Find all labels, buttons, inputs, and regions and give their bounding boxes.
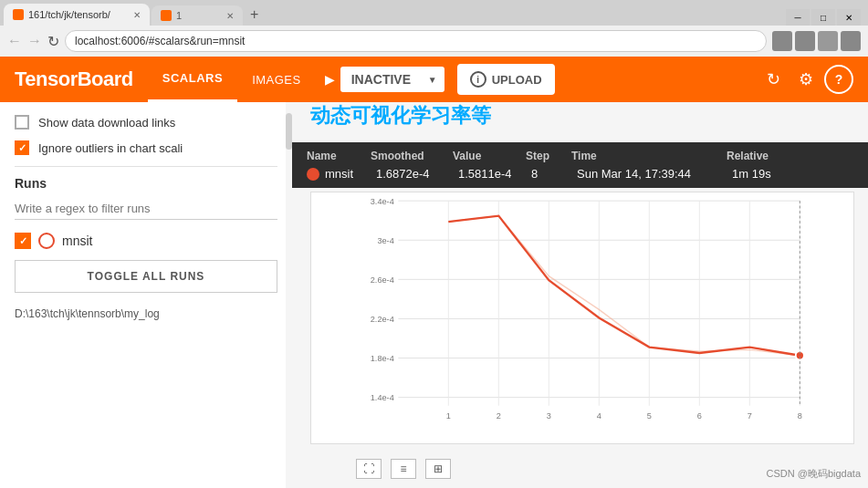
svg-text:2: 2 [497, 411, 501, 421]
address-bar[interactable] [65, 30, 767, 52]
show-download-option: Show data download links [15, 115, 277, 130]
sidebar: Show data download links ✓ Ignore outlie… [0, 102, 292, 488]
tooltip-dot-icon [307, 168, 319, 181]
svg-text:3e-4: 3e-4 [377, 236, 393, 245]
upload-label: UPLOAD [492, 73, 542, 87]
nav-item-scalars[interactable]: SCALARS [148, 57, 237, 102]
app-logo: TensorBoard [15, 67, 133, 91]
svg-text:4: 4 [597, 411, 601, 421]
run-checkbox-mnsit[interactable]: ✓ [15, 233, 31, 249]
tooltip-col-smoothed: Smoothed [371, 150, 453, 162]
ignore-outliers-checkbox[interactable]: ✓ [15, 140, 29, 155]
data-view-button[interactable]: ≡ [391, 459, 416, 479]
tooltip-val-name: mnsit [325, 167, 376, 181]
inactive-dropdown[interactable]: INACTIVE [340, 67, 444, 92]
tooltip-col-step: Step [526, 150, 571, 162]
svg-text:3.4e-4: 3.4e-4 [371, 197, 394, 206]
svg-text:3: 3 [547, 411, 551, 421]
chart-svg-wrapper[interactable]: 3.4e-4 3e-4 2.6e-4 2.2e-4 1.8e-4 1.4e-4 … [310, 192, 854, 444]
svg-text:1.4e-4: 1.4e-4 [371, 393, 394, 402]
tab-label-1: 161/tch/jk/tensorb/ [28, 9, 110, 20]
reload-button[interactable]: ↻ [47, 33, 59, 50]
help-button[interactable]: ? [824, 65, 853, 94]
settings-button[interactable]: ⚙ [791, 65, 821, 94]
browser-chrome: 161/tch/jk/tensorb/ ✕ 1 ✕ + ─ □ ✕ ← → ↻ [0, 0, 868, 57]
checkbox-check-icon: ✓ [18, 142, 26, 154]
svg-text:7: 7 [748, 411, 752, 421]
run-color-dot-mnsit [38, 233, 55, 249]
ignore-outliers-option: ✓ Ignore outliers in chart scali [15, 140, 277, 155]
tooltip-val-step: 8 [531, 167, 577, 181]
scrollbar-thumb[interactable] [286, 113, 292, 150]
tooltip-val-smoothed: 1.6872e-4 [376, 167, 458, 181]
fit-chart-button[interactable]: ⊞ [425, 459, 451, 479]
maximize-button[interactable]: □ [811, 9, 835, 26]
expand-chart-button[interactable]: ⛶ [356, 459, 382, 479]
svg-text:1.8e-4: 1.8e-4 [371, 354, 394, 363]
tooltip-val-time: Sun Mar 14, 17:39:44 [577, 167, 732, 181]
sidebar-scrollbar [286, 102, 292, 488]
tooltip-data-row: mnsit 1.6872e-4 1.5811e-4 8 Sun Mar 14, … [307, 167, 853, 181]
new-tab-button[interactable]: + [243, 4, 266, 26]
show-download-label: Show data download links [38, 116, 175, 130]
runs-label: Runs [15, 176, 277, 191]
extension-icon-2 [818, 31, 838, 51]
toggle-all-runs-button[interactable]: TOGGLE ALL RUNS [15, 260, 277, 293]
svg-text:5: 5 [647, 411, 652, 421]
log-path: D:\163\tch\jk\tennsorb\my_log [15, 307, 277, 320]
minimize-button[interactable]: ─ [786, 9, 810, 26]
svg-text:2.6e-4: 2.6e-4 [371, 275, 394, 285]
browser-tab-inactive[interactable]: 1 ✕ [152, 5, 243, 26]
run-item-mnsit: ✓ mnsit [15, 233, 277, 249]
close-window-button[interactable]: ✕ [837, 9, 861, 26]
run-name-mnsit: mnsit [62, 234, 92, 248]
tooltip-header-row: Name Smoothed Value Step Time Relative [307, 150, 853, 162]
tooltip-col-time: Time [571, 150, 727, 162]
sidebar-divider [15, 166, 277, 167]
profile-icon [772, 31, 792, 51]
browser-action-icons [772, 31, 861, 51]
watermark: CSDN @晚码bigdata [767, 467, 861, 481]
browser-toolbar: ← → ↻ [0, 26, 868, 57]
top-nav: TensorBoard SCALARS IMAGES ▶ INACTIVE ▼ … [0, 57, 868, 102]
show-download-checkbox[interactable] [15, 115, 29, 130]
ignore-outliers-label: Ignore outliers in chart scali [38, 141, 183, 155]
tooltip-col-value: Value [453, 150, 526, 162]
refresh-button[interactable]: ↻ [758, 65, 788, 94]
back-button[interactable]: ← [7, 33, 22, 49]
nav-items: SCALARS IMAGES [148, 57, 316, 102]
chart-bottom-controls: ⛶ ≡ ⊞ [356, 459, 451, 479]
tab-close-1[interactable]: ✕ [133, 10, 141, 20]
runs-filter-input[interactable] [15, 198, 277, 220]
extension-icon-1 [795, 31, 815, 51]
upload-button[interactable]: i UPLOAD [457, 64, 555, 95]
tab-favicon-1 [13, 9, 24, 20]
tooltip-col-relative: Relative [727, 150, 790, 162]
nav-right-icons: ↻ ⚙ ? [758, 65, 853, 94]
svg-text:2.2e-4: 2.2e-4 [371, 315, 394, 324]
svg-text:1: 1 [446, 411, 451, 421]
browser-tabs: 161/tch/jk/tensorb/ ✕ 1 ✕ + ─ □ ✕ [0, 0, 868, 26]
tooltip-col-name: Name [307, 150, 371, 162]
extension-icon-3 [841, 31, 861, 51]
svg-text:8: 8 [798, 411, 802, 421]
app-container: TensorBoard SCALARS IMAGES ▶ INACTIVE ▼ … [0, 57, 868, 488]
upload-info-icon: i [470, 71, 486, 88]
main-content: Show data download links ✓ Ignore outlie… [0, 102, 868, 488]
inactive-arrow-icon: ▶ [325, 72, 335, 87]
chart-area: 动态可视化学习率等 Name Smoothed Value Step Time … [292, 102, 868, 488]
tab-label-2: 1 [176, 10, 182, 21]
forward-button[interactable]: → [27, 33, 42, 49]
tab-close-2[interactable]: ✕ [226, 11, 234, 21]
tooltip-val-value: 1.5811e-4 [458, 167, 531, 181]
browser-tab-active[interactable]: 161/tch/jk/tensorb/ ✕ [4, 4, 150, 26]
nav-inactive-group: ▶ INACTIVE ▼ [325, 67, 444, 92]
chart-svg: 3.4e-4 3e-4 2.6e-4 2.2e-4 1.8e-4 1.4e-4 … [310, 192, 854, 444]
nav-item-images[interactable]: IMAGES [237, 57, 316, 102]
svg-text:6: 6 [697, 411, 702, 421]
tooltip: Name Smoothed Value Step Time Relative m… [292, 142, 868, 188]
run-check-icon: ✓ [19, 235, 27, 247]
tab-favicon-2 [161, 10, 172, 21]
inactive-dropdown-wrapper: INACTIVE ▼ [340, 67, 444, 92]
chinese-annotation: 动态可视化学习率等 [310, 102, 491, 130]
